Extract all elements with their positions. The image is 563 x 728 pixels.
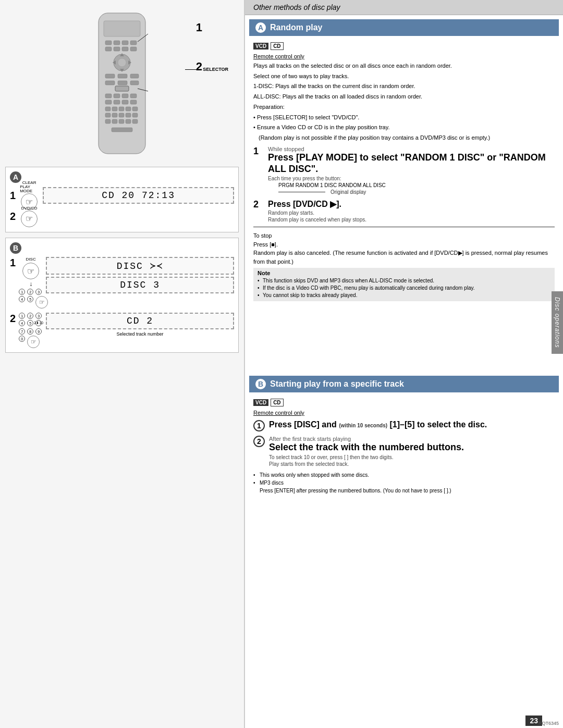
disc-label: DISC: [26, 257, 36, 262]
step-b1-main: Press [DISC] and (within 10 seconds) [1]…: [269, 420, 555, 429]
svg-rect-37: [112, 113, 117, 117]
selected-track-label: Selected track number: [46, 331, 234, 337]
to-stop-label: To stop: [253, 231, 555, 240]
remote-control-image: [85, 10, 158, 156]
svg-rect-40: [132, 113, 138, 117]
svg-rect-43: [119, 119, 124, 124]
step-b1-display1: DISC ≻≺: [46, 257, 234, 275]
svg-rect-26: [130, 94, 137, 98]
section-a-title: Random play: [270, 23, 322, 32]
section-b-letter: B: [255, 379, 266, 389]
svg-rect-20: [118, 81, 127, 85]
section-a-disc-option-1: 1-DISC: Plays all the tracks on the curr…: [253, 82, 555, 91]
svg-rect-19: [105, 81, 115, 85]
step-a2-content: Press [DVD/CD ▶]. Random play starts. Ra…: [268, 199, 555, 223]
step-a2-sub2: Random play is canceled when play stops.: [268, 217, 555, 223]
step-b2-header: After the first track starts playing: [269, 436, 555, 442]
to-stop-description: Random play is also canceled. (The resum…: [253, 249, 555, 266]
svg-rect-38: [119, 113, 124, 117]
section-b-left: B 1 DISC ☞ ↓ 1 2 3 4 5 ☞ DISC ≻≺: [5, 238, 239, 353]
step-a1-sub: Each time you press the button:: [268, 176, 555, 181]
svg-rect-45: [132, 119, 138, 124]
svg-point-11: [118, 58, 126, 67]
svg-rect-7: [114, 47, 120, 51]
prep-item-3: (Random play is not possible if the play…: [253, 133, 555, 142]
step-b1-end: [1]–[5] to select the disc.: [390, 420, 487, 429]
svg-rect-16: [105, 74, 115, 78]
svg-rect-24: [114, 94, 120, 98]
step-a2-number: 2: [10, 211, 16, 223]
section-a-letter: A: [255, 22, 266, 33]
bullet-b3: Press [ENTER] after pressing the numbere…: [253, 487, 555, 495]
step-a1-main: Press [PLAY MODE] to select "RANDOM 1 DI…: [268, 152, 555, 175]
section-a-disc-option-2: ALL-DISC: Plays all the tracks on all lo…: [253, 92, 555, 101]
step-b2-sub2: Play starts from the selected track.: [269, 461, 555, 467]
remote-area: 1 2 SELECTOR: [5, 5, 239, 162]
vcd-badge-b: VCD: [253, 399, 268, 406]
disc-button: ☞: [22, 263, 39, 279]
remote-control-only-a: Remote control only: [253, 53, 555, 59]
section-a-title-bar: A Random play: [249, 19, 559, 36]
svg-rect-6: [105, 47, 112, 51]
svg-rect-9: [130, 47, 137, 51]
bullet-b2: MP3 discs: [253, 479, 555, 487]
svg-rect-23: [105, 94, 112, 98]
step-a1-orig: Original display: [268, 189, 555, 195]
svg-rect-39: [126, 113, 131, 117]
step-a1-content: While stopped Press [PLAY MODE] to selec…: [268, 146, 555, 195]
note-title: Note: [258, 270, 550, 276]
step-b1-number: 1: [10, 257, 16, 269]
svg-rect-33: [119, 107, 124, 111]
step-a1-row: 1 CLEAR PLAY MODE ☞ CD 20 72:13: [10, 186, 234, 205]
bullet-b1: This works only when stopped with some d…: [253, 471, 555, 479]
step-a1-hand: CLEAR PLAY MODE ☞: [20, 186, 39, 205]
svg-rect-28: [114, 100, 120, 104]
section-b-content: VCD CD Remote control only 1 Press [DISC…: [245, 396, 563, 728]
section-a-badges: VCD CD: [253, 42, 555, 50]
section-b-title: Starting play from a specific track: [270, 379, 404, 389]
svg-rect-27: [105, 100, 112, 104]
step-a2-sub1: Random play starts.: [268, 210, 555, 216]
step-a1-num: 1: [253, 146, 264, 157]
step-b2-main: Select the track with the numbered butto…: [269, 442, 555, 453]
vcd-badge: VCD: [253, 43, 268, 50]
section-b-title-bar: B Starting play from a specific track: [249, 376, 559, 392]
step-b2-number: 2: [10, 313, 16, 325]
right-panel: Other methods of disc play A Random play…: [245, 0, 563, 728]
step-a1-instruction: 1 While stopped Press [PLAY MODE] to sel…: [253, 146, 555, 195]
svg-rect-34: [126, 107, 131, 111]
section-a-left: A 1 CLEAR PLAY MODE ☞ CD 20 72:13 2 DVD/…: [5, 167, 239, 232]
header-bar: Other methods of disc play: [245, 0, 563, 15]
remote-num-1: 1: [196, 21, 202, 34]
section-b-badges: VCD CD: [253, 399, 555, 406]
svg-rect-35: [132, 107, 138, 111]
note-2: If the disc is a Video CD with PBC, menu…: [258, 285, 550, 292]
cd-badge-b: CD: [271, 399, 283, 406]
step-a1-number: 1: [10, 190, 16, 202]
to-stop-section: To stop Press [■]. Random play is also c…: [253, 231, 555, 266]
disc-operations-label: Disc operations: [552, 291, 563, 354]
svg-rect-5: [130, 41, 137, 45]
note-3: You cannot skip to tracks already played…: [258, 292, 550, 299]
svg-rect-31: [105, 107, 111, 111]
step-b2-circle: 2: [253, 436, 265, 447]
svg-rect-25: [122, 94, 128, 98]
step-b2-area: 2 1 2 3 4 5 2⬇10 7 8 9 0 ☞: [10, 313, 234, 348]
step-a2-main: Press [DVD/CD ▶].: [268, 199, 555, 209]
step-b2-instruction: 2 After the first track starts playing S…: [253, 436, 555, 467]
arrow-down-b: ↓: [29, 280, 32, 288]
svg-rect-1: [104, 21, 140, 36]
step-a1-display: CD 20 72:13: [43, 187, 234, 204]
step-b2-content: After the first track starts playing Sel…: [269, 436, 555, 467]
selector-label: SELECTOR: [185, 67, 228, 72]
svg-rect-18: [130, 74, 139, 78]
rqt-label: RQT6345: [538, 721, 559, 726]
step-b1-area: 1 DISC ☞ ↓ 1 2 3 4 5 ☞ DISC ≻≺ DISC 3: [10, 257, 234, 309]
step-b2-display: CD 2: [46, 313, 234, 329]
svg-rect-30: [130, 100, 137, 104]
svg-rect-29: [122, 100, 128, 104]
prep-item-2: • Ensure a Video CD or CD is in the play…: [253, 123, 555, 132]
tv-video-hand: ☞: [35, 296, 48, 309]
header-title: Other methods of disc play: [253, 3, 340, 11]
svg-rect-8: [122, 47, 128, 51]
